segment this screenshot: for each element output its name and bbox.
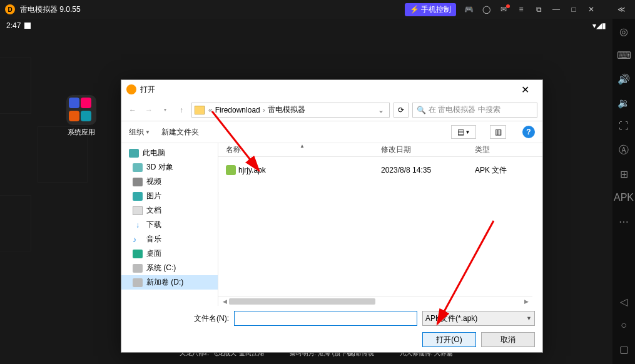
dialog-logo-icon [126,84,136,94]
side-videos[interactable]: 视频 [121,174,218,189]
file-open-dialog: 打开 ✕ ← → ▾ ↑ « Firedownload › 雷电模拟器 ⌄ [121,79,543,353]
phone-control-button[interactable]: ⚡手机控制 [405,3,456,16]
dialog-title: 打开 [140,84,155,95]
side-documents[interactable]: 文档 [121,203,218,218]
search-icon: 🔍 [417,106,426,114]
horizontal-scrollbar[interactable]: ◀ ▶ [218,296,532,306]
screenshot-icon[interactable]: ⊞ [616,166,631,181]
side-3d-objects[interactable]: 3D 对象 [121,160,218,174]
side-downloads[interactable]: ↓下载 [121,218,218,232]
volume-down-icon[interactable]: 🔉 [616,95,631,110]
menu-icon[interactable]: ≡ [512,2,530,17]
path-dropdown-icon[interactable]: ⌄ [375,106,387,114]
bolt-icon: ⚡ [410,5,419,14]
android-home-icon[interactable]: ○ [616,318,631,333]
new-folder-button[interactable]: 新建文件夹 [161,127,199,138]
side-drive-c[interactable]: 系统 (C:) [121,261,218,275]
system-apps-label: 系统应用 [63,128,100,137]
refresh-button[interactable]: ⟳ [394,103,409,118]
open-button[interactable]: 打开(O) [422,332,476,347]
folder-icon [195,106,205,114]
search-input[interactable]: 🔍 在 雷电模拟器 中搜索 [412,103,537,118]
breadcrumb[interactable]: Firedownload [213,106,263,114]
locate-icon[interactable]: ◎ [616,24,631,39]
search-placeholder: 在 雷电模拟器 中搜索 [429,104,500,115]
file-date: 2023/8/8 14:35 [381,166,475,174]
preview-pane-button[interactable]: ▥ [490,125,506,139]
account-icon[interactable]: ◯ [477,2,495,17]
app-logo-icon: D [5,4,15,14]
view-mode-button[interactable]: ▤ ▼ [451,125,476,139]
android-recent-icon[interactable]: ▢ [616,341,631,356]
nav-back-icon[interactable]: ← [126,104,139,116]
install-apk-icon[interactable]: APK [616,190,631,205]
side-pictures[interactable]: 图片 [121,189,218,203]
col-name-header[interactable]: ▲名称 [218,144,381,155]
keyboard-icon[interactable]: ⌨ [616,48,631,63]
gamepad-icon[interactable]: 🎮 [460,2,477,17]
rotate-icon[interactable]: Ⓐ [616,143,631,158]
address-bar[interactable]: « Firedownload › 雷电模拟器 ⌄ [191,103,390,118]
emulator-screen: 2:47 ▾◢▮ 系统应用 [0,19,612,364]
organize-button[interactable]: 组织▼ [129,127,150,138]
maximize-icon[interactable]: □ [565,2,582,17]
nav-up-icon[interactable]: ↑ [175,104,188,116]
phone-control-label: 手机控制 [421,4,451,15]
mail-icon[interactable]: ✉ [495,2,512,17]
file-type: APK 文件 [475,165,542,176]
file-row[interactable]: hjrjy.apk 2023/8/8 14:35 APK 文件 [218,163,542,177]
android-status-bar: 2:47 ▾◢▮ [0,19,612,33]
collapse-sidebar-icon[interactable]: ≪ [612,2,630,17]
more-icon[interactable]: ⋯ [616,214,631,229]
nav-forward-icon[interactable]: → [143,104,155,116]
notification-dot [506,4,510,8]
filename-input[interactable] [234,311,417,326]
close-icon[interactable]: ✕ [582,2,600,17]
nav-recent-icon[interactable]: ▾ [159,104,171,116]
status-time: 2:47 [6,21,21,30]
cancel-button[interactable]: 取消 [481,332,535,347]
apk-file-icon [226,165,236,175]
filetype-dropdown[interactable]: APK文件(*.apk)▼ [422,311,535,326]
col-date-header[interactable]: 修改日期 [381,144,475,155]
emulator-toolbar: ◎ ⌨ 🔊 🔉 ⛶ Ⓐ ⊞ APK ⋯ ◁ ○ ▢ [612,19,635,364]
volume-up-icon[interactable]: 🔊 [616,71,631,86]
breadcrumb[interactable]: 雷电模拟器 [265,104,308,115]
multi-window-icon[interactable]: ⧉ [530,2,547,17]
app-title: 雷电模拟器 9.0.55 [20,4,81,15]
minimize-icon[interactable]: — [547,2,565,17]
system-apps-icon[interactable]: 系统应用 [63,95,100,137]
folder-tree: 此电脑 3D 对象 视频 图片 文档 ↓下载 ♪音乐 桌面 系统 (C:) 新加… [121,143,218,306]
side-desktop[interactable]: 桌面 [121,246,218,261]
emulator-titlebar: D 雷电模拟器 9.0.55 ⚡手机控制 🎮 ◯ ✉ ≡ ⧉ — □ ✕ ≪ [0,0,635,19]
side-drive-d[interactable]: 新加卷 (D:) [121,275,218,290]
side-music[interactable]: ♪音乐 [121,232,218,246]
android-back-icon[interactable]: ◁ [616,294,631,309]
filename-label: 文件名(N): [129,313,229,324]
status-indicator [24,23,31,29]
fullscreen-icon[interactable]: ⛶ [616,119,631,134]
dialog-close-button[interactable]: ✕ [512,80,537,99]
side-this-pc[interactable]: 此电脑 [121,146,218,160]
wifi-icon: ▾◢▮ [592,21,606,30]
column-headers: ▲名称 修改日期 类型 [218,143,542,157]
col-type-header[interactable]: 类型 [475,144,542,155]
file-name: hjrjy.apk [238,166,266,174]
help-icon[interactable]: ? [522,126,535,138]
